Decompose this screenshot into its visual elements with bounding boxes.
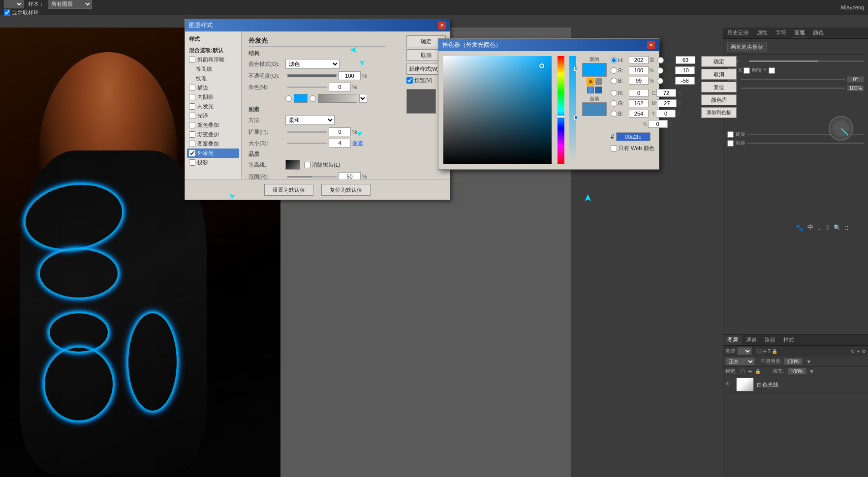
gradient-type-select[interactable]: [359, 94, 367, 103]
lock-all-icon[interactable]: 🔒: [772, 349, 777, 354]
tab-character[interactable]: 字符: [774, 29, 788, 37]
settings-icon[interactable]: ⚙: [862, 349, 866, 354]
color-swatch-blue[interactable]: [294, 94, 308, 103]
opacity-input[interactable]: [784, 358, 803, 365]
flip-y-checkbox[interactable]: [769, 67, 775, 74]
layers-tab-styles[interactable]: 样式: [779, 335, 798, 345]
tool-select[interactable]: [4, 0, 24, 8]
y-input[interactable]: [656, 110, 676, 118]
color-picker-close-btn[interactable]: ✕: [647, 41, 655, 49]
cp-cancel-button[interactable]: 取消: [701, 69, 737, 80]
satin-item[interactable]: 光泽: [187, 111, 239, 120]
size-input[interactable]: [329, 139, 351, 148]
stroke-checkbox[interactable]: [189, 85, 195, 91]
moon-icon[interactable]: ☽: [824, 224, 830, 231]
paw-icon[interactable]: 🐾: [795, 224, 804, 232]
pattern-overlay-checkbox[interactable]: [189, 141, 195, 147]
h-radio[interactable]: [611, 57, 617, 63]
contour-preview[interactable]: [285, 160, 300, 170]
dot-icon[interactable]: ·.: [817, 224, 821, 231]
b-input[interactable]: [629, 77, 649, 85]
blend-mode-form-select[interactable]: 滤色: [285, 59, 340, 69]
inner-shadow-item[interactable]: 内阴影: [187, 92, 239, 102]
c-input[interactable]: [656, 89, 676, 97]
layers-tab-channels[interactable]: 通道: [742, 335, 761, 345]
g-radio[interactable]: [611, 100, 617, 107]
show-ring-checkbox[interactable]: [4, 9, 10, 16]
tab-brush[interactable]: 画笔: [792, 29, 807, 37]
sample-select[interactable]: 所有图层: [48, 0, 92, 9]
show-ring-label[interactable]: 显示取样环: [4, 9, 95, 16]
gradient-overlay-item[interactable]: 渐变叠加: [187, 130, 239, 139]
set-default-button[interactable]: 设置为默认值: [264, 184, 313, 196]
b3-radio[interactable]: [657, 78, 663, 84]
flip-x-checkbox[interactable]: [744, 67, 750, 74]
inner-glow-item[interactable]: 内发光: [187, 102, 239, 111]
opacity-slider[interactable]: [287, 74, 337, 77]
gradient-radio[interactable]: [310, 95, 316, 102]
color-gradient-square[interactable]: [443, 56, 552, 164]
lock-pixel-icon[interactable]: ⬛: [756, 349, 762, 354]
refresh-icon[interactable]: ↻: [851, 349, 855, 354]
range-slider[interactable]: [287, 176, 337, 178]
bevel-item[interactable]: 斜面和浮雕: [187, 55, 239, 64]
gradient-overlay-checkbox[interactable]: [189, 131, 195, 138]
drop-shadow-checkbox[interactable]: [189, 159, 195, 166]
blend-options-item[interactable]: 混合选项:默认: [187, 46, 239, 55]
angle-input[interactable]: [847, 76, 864, 83]
cp-add-swatches-button[interactable]: 添加到色板: [701, 107, 737, 118]
contour-item[interactable]: 等高线: [187, 64, 239, 74]
tab-attributes[interactable]: 属性: [755, 29, 770, 37]
satin-checkbox[interactable]: [189, 113, 195, 119]
g-input[interactable]: [629, 99, 649, 107]
color-overlay-checkbox[interactable]: [189, 122, 195, 128]
a-radio[interactable]: [657, 67, 663, 74]
layer-eye-icon[interactable]: 👁: [725, 381, 732, 388]
lock-icon-1[interactable]: ☐: [741, 369, 745, 374]
method-select[interactable]: 柔和: [285, 115, 335, 125]
lock-pos-icon[interactable]: ✛: [763, 349, 767, 354]
dialog-close-btn[interactable]: ✕: [438, 22, 446, 30]
pattern-overlay-item[interactable]: 图案叠加: [187, 139, 239, 149]
bevel-checkbox[interactable]: [189, 57, 195, 63]
layer-row-white-light[interactable]: 👁 白色光线: [723, 376, 868, 393]
color-overlay-item[interactable]: 颜色叠加: [187, 120, 239, 130]
spread-slider[interactable]: [287, 131, 327, 133]
angle-wheel[interactable]: [829, 116, 853, 141]
outer-glow-item[interactable]: 外发光: [187, 149, 239, 158]
grid-icon[interactable]: ::: [845, 224, 848, 231]
lock-art-icon[interactable]: T: [768, 349, 771, 354]
out-of-gamut-warning[interactable]: ⚠: [587, 78, 594, 86]
r-radio[interactable]: [611, 90, 617, 96]
color-alpha-bar[interactable]: [569, 56, 576, 164]
center-icon[interactable]: 中: [807, 223, 813, 232]
outer-glow-checkbox[interactable]: [189, 150, 195, 156]
gradient-swatch[interactable]: [318, 94, 357, 103]
a-input[interactable]: [675, 66, 695, 74]
l-input[interactable]: [676, 56, 695, 64]
spread-input[interactable]: [329, 127, 351, 136]
r-input[interactable]: [629, 89, 649, 97]
b2-input[interactable]: [629, 110, 649, 118]
size-slider[interactable]: [287, 143, 327, 144]
tab-history[interactable]: 历史记录: [725, 29, 751, 37]
web-only-checkbox[interactable]: [611, 145, 617, 151]
noise-num-input[interactable]: [329, 83, 351, 91]
s-input[interactable]: [629, 66, 649, 74]
roundness-input[interactable]: [847, 85, 864, 91]
stroke-item[interactable]: 描边: [187, 83, 239, 92]
opacity-icon[interactable]: ▼: [806, 359, 811, 364]
noise-slider[interactable]: [287, 87, 327, 88]
preview-checkbox[interactable]: [406, 77, 413, 84]
add-icon[interactable]: +: [857, 349, 860, 354]
blend-mode-select[interactable]: 正常: [725, 358, 755, 365]
lock-icon-2[interactable]: ✛: [748, 369, 752, 374]
fill-input[interactable]: [788, 368, 806, 375]
inner-shadow-checkbox[interactable]: [189, 94, 195, 100]
texture-item[interactable]: 纹理: [187, 74, 239, 83]
layers-tab-layers[interactable]: 图层: [723, 335, 742, 345]
fill-icon[interactable]: ▼: [809, 369, 814, 374]
solid-radio[interactable]: [285, 95, 292, 102]
tab-color[interactable]: 颜色: [811, 29, 826, 37]
inner-glow-checkbox[interactable]: [189, 103, 195, 110]
